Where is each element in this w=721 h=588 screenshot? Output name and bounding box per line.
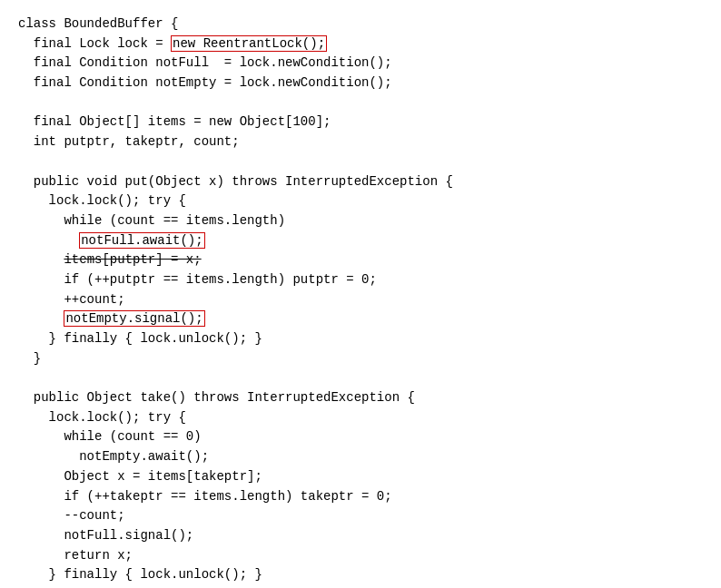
code-line-22: while (count == 0) — [18, 427, 703, 447]
code-line-4: final Condition notEmpty = lock.newCondi… — [18, 74, 703, 93]
code-line-2: final Lock lock = new ReentrantLock(); — [18, 34, 703, 54]
code-line-6: final Object[] items = new Object[100]; — [18, 113, 703, 132]
code-line-23: notEmpty.await(); — [18, 447, 703, 467]
code-line-25: if (++takeptr == items.length) takeptr =… — [18, 487, 703, 507]
code-line-7: int putptr, takeptr, count; — [18, 132, 703, 152]
code-line-24: Object x = items[takeptr]; — [18, 467, 703, 487]
code-line-11: while (count == items.length) — [18, 211, 703, 231]
code-line-17: } finally { lock.unlock(); } — [18, 329, 703, 349]
code-line-19 — [18, 368, 703, 388]
code-line-28: return x; — [18, 546, 703, 566]
highlight-reentrantlock: new ReentrantLock(); — [171, 35, 327, 52]
code-block: class BoundedBuffer { final Lock lock = … — [0, 0, 721, 588]
code-line-14: if (++putptr == items.length) putptr = 0… — [18, 270, 703, 290]
code-line-26: --count; — [18, 506, 703, 526]
code-line-8 — [18, 152, 703, 172]
code-line-29: } finally { lock.unlock(); } — [18, 565, 703, 585]
code-line-20: public Object take() throws InterruptedE… — [18, 388, 703, 408]
code-line-12: notFull.await(); — [18, 231, 703, 251]
code-line-16: notEmpty.signal(); — [18, 309, 703, 329]
code-line-21: lock.lock(); try { — [18, 408, 703, 428]
code-line-15: ++count; — [18, 290, 703, 310]
code-line-10: lock.lock(); try { — [18, 191, 703, 211]
highlight-notfull-await: notFull.await(); — [79, 232, 204, 249]
code-line-27: notFull.signal(); — [18, 526, 703, 546]
code-line-3: final Condition notFull = lock.newCondit… — [18, 54, 703, 74]
code-line-5 — [18, 93, 703, 113]
highlight-notempty-signal: notEmpty.signal(); — [64, 310, 204, 327]
code-line-13: items[putptr] = x; — [18, 250, 703, 270]
code-line-18: } — [18, 349, 703, 369]
strikethrough-items-putptr: items[putptr] = x; — [64, 252, 201, 267]
code-line-9: public void put(Object x) throws Interru… — [18, 172, 703, 192]
code-line-1: class BoundedBuffer { — [18, 15, 703, 34]
